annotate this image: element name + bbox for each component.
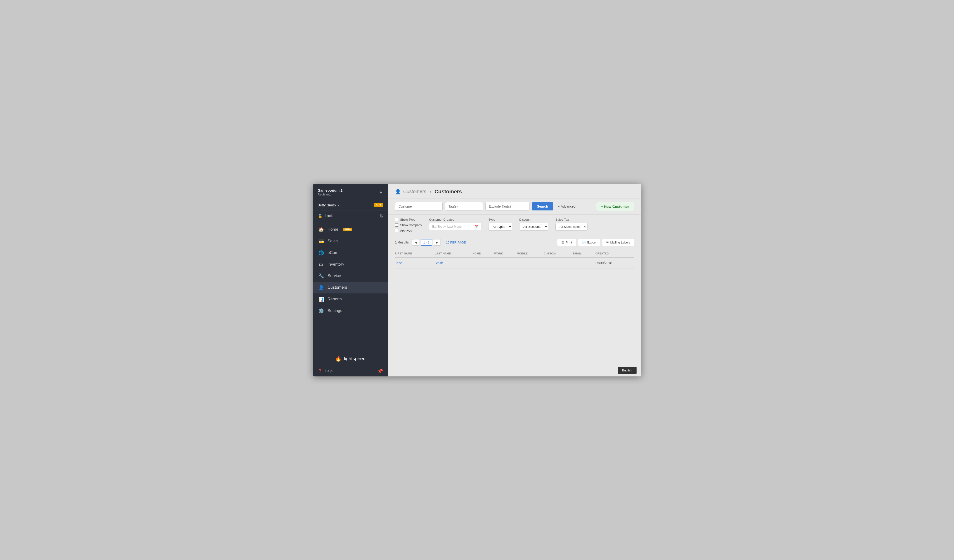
print-label: Print (566, 241, 572, 244)
user-chevron-icon: ▾ (338, 204, 339, 207)
customer-created-input[interactable]: Ex: Today, Last Month 📅 (429, 223, 482, 230)
mailing-labels-button[interactable]: ✉ Mailing Labels (602, 239, 634, 246)
sidebar-user: Betty Smith ▾ OUT (313, 200, 388, 210)
help-icon: ❓ (318, 369, 323, 373)
page-indicator[interactable]: 1 - 1 (421, 239, 432, 246)
sidebar-item-inventory[interactable]: 🗂 Inventory (313, 259, 388, 270)
next-page-button[interactable]: ▶ (433, 239, 441, 246)
breadcrumb-parent: Customers (403, 189, 426, 194)
nav-icon-reports: 📊 (318, 297, 324, 302)
cell-mobile (517, 258, 544, 269)
nav-label-sales: Sales (328, 239, 338, 244)
bottom-bar: English (388, 364, 641, 376)
user-name: Betty Smith (318, 203, 336, 207)
customers-table: FIRST NAMELAST NAMEHOMEWORKMOBILECUSTOME… (395, 249, 634, 269)
advanced-chevron-icon: ▾ (558, 204, 560, 208)
show-type-check[interactable] (395, 218, 398, 221)
mail-icon: ✉ (606, 241, 609, 244)
show-type-label: Show Type (400, 218, 416, 221)
show-company-label: Show Company (400, 223, 422, 227)
sidebar-item-home[interactable]: 🏠 Home BETA (313, 224, 388, 235)
breadcrumb-current: Customers (435, 188, 462, 195)
sidebar-expand-icon[interactable]: ► (379, 190, 383, 194)
prev-page-button[interactable]: ◀ (412, 239, 420, 246)
flame-icon: 🔥 (335, 356, 341, 362)
results-bar: 1 Results ◀ 1 - 1 ▶ 15 PER PAGE 🖨 Print … (388, 236, 641, 249)
advanced-label: Advanced (561, 204, 575, 208)
exclude-tags-input[interactable] (485, 202, 530, 211)
nav-icon-ecom: 🌐 (318, 250, 324, 256)
nav-icon-service: 🔧 (318, 273, 324, 279)
col-first-name: FIRST NAME (395, 249, 435, 258)
col-email: EMAIL (573, 249, 595, 258)
discount-label: Discount (519, 218, 548, 221)
nav-icon-sales: 💳 (318, 238, 324, 244)
discount-select[interactable]: All Discounts (519, 223, 548, 231)
sidebar-header: Gameporium 2 Register1 ► (313, 184, 388, 200)
out-badge: OUT (374, 203, 383, 207)
sidebar-footer: ❓ Help 📌 (313, 366, 388, 376)
customer-created-placeholder: Ex: Today, Last Month (432, 225, 462, 228)
export-button[interactable]: 📄 Export (578, 239, 600, 246)
pin-icon[interactable]: 📌 (377, 368, 383, 374)
nav-label-inventory: Inventory (328, 262, 344, 267)
sales-tax-select[interactable]: All Sales Taxes (555, 223, 588, 231)
lock-icon: 🔒 (318, 214, 323, 218)
per-page-button[interactable]: 15 PER PAGE (446, 241, 466, 244)
sidebar-item-service[interactable]: 🔧 Service (313, 270, 388, 282)
store-name: Gameporium 2 (318, 188, 343, 193)
col-last-name: LAST NAME (435, 249, 472, 258)
discount-filter: Discount All Discounts (519, 218, 548, 231)
type-select[interactable]: All Types (488, 223, 512, 231)
help-button[interactable]: ❓ Help (318, 369, 333, 373)
search-button[interactable]: Search (532, 202, 553, 210)
sidebar-item-ecom[interactable]: 🌐 eCom (313, 247, 388, 259)
nav-icon-inventory: 🗂 (318, 262, 324, 267)
breadcrumb-separator: › (430, 189, 431, 194)
nav-icon-settings: ⚙️ (318, 308, 324, 314)
col-mobile: MOBILE (517, 249, 544, 258)
action-buttons: 🖨 Print 📄 Export ✉ Mailing Labels (557, 239, 634, 246)
nav-label-customers: Customers (328, 285, 347, 290)
print-icon: 🖨 (561, 241, 564, 244)
export-label: Export (587, 241, 596, 244)
brand-name: lightspeed (344, 356, 366, 361)
archived-check[interactable] (395, 229, 398, 232)
brand-logo: 🔥 lightspeed (335, 356, 366, 362)
advanced-button[interactable]: ▾ Advanced (556, 202, 578, 210)
user-info[interactable]: Betty Smith ▾ (318, 203, 339, 207)
nav-icon-home: 🏠 (318, 227, 324, 232)
archived-checkbox[interactable]: Archived (395, 229, 422, 232)
customer-search-input[interactable] (395, 202, 443, 211)
table-body: JaneSmith05/30/2018 (395, 258, 634, 269)
show-company-checkbox[interactable]: Show Company (395, 223, 422, 227)
print-button[interactable]: 🖨 Print (557, 239, 576, 246)
main-content: 👤 Customers › Customers Search ▾ Advance… (388, 184, 641, 376)
customer-created-label: Customer Created (429, 218, 482, 221)
lock-button[interactable]: 🔒 Lock (316, 210, 378, 222)
cell-custom (544, 258, 573, 269)
customer-first_name-link[interactable]: Jane (395, 261, 402, 265)
sidebar-item-sales[interactable]: 💳 Sales (313, 235, 388, 247)
sidebar-item-customers[interactable]: 👤 Customers (313, 282, 388, 294)
show-type-checkbox[interactable]: Show Type (395, 218, 422, 221)
nav-label-ecom: eCom (328, 250, 338, 255)
cell-email (573, 258, 595, 269)
show-company-check[interactable] (395, 223, 398, 227)
new-customer-button[interactable]: + New Customer (596, 202, 634, 211)
nav-label-home: Home (328, 227, 338, 232)
cell-first_name[interactable]: Jane (395, 258, 435, 269)
customer-last_name-link[interactable]: Smith (435, 261, 443, 265)
export-icon: 📄 (582, 241, 586, 244)
customers-table-container: FIRST NAMELAST NAMEHOMEWORKMOBILECUSTOME… (388, 249, 641, 364)
sidebar-item-settings[interactable]: ⚙️ Settings (313, 305, 388, 317)
type-filter: Type All Types (488, 218, 512, 231)
cell-last_name[interactable]: Smith (435, 258, 472, 269)
sidebar-brand: 🔥 lightspeed (313, 352, 388, 366)
sidebar-item-reports[interactable]: 📊 Reports (313, 294, 388, 305)
tags-input[interactable] (445, 202, 483, 211)
beta-badge-home: BETA (343, 228, 352, 231)
logout-icon[interactable]: ⎗ (378, 211, 385, 221)
type-label: Type (488, 218, 512, 221)
language-button[interactable]: English (618, 367, 636, 374)
